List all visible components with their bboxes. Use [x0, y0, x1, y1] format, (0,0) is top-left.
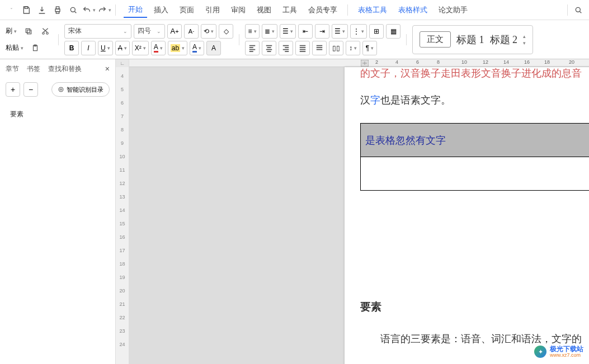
change-case-icon[interactable]: ⟲▾	[201, 24, 216, 39]
document-table[interactable]: 是表格忽然有文字	[360, 123, 589, 191]
outline-item[interactable]: 要素	[10, 106, 105, 122]
sidebar-close-icon[interactable]: ×	[105, 64, 110, 73]
svg-point-13	[60, 89, 62, 91]
columns-button[interactable]: ▯▯	[329, 41, 343, 55]
save-icon[interactable]	[19, 3, 34, 17]
character-shading-button[interactable]: A	[206, 41, 221, 55]
increase-indent-button[interactable]: ⇥	[315, 24, 329, 39]
format-painter-label[interactable]: 刷▾	[3, 24, 19, 39]
style-heading1[interactable]: 标题 1	[456, 33, 484, 46]
shading-button[interactable]: ⊞	[369, 24, 384, 39]
watermark-logo-icon: ✦	[534, 346, 546, 358]
site-watermark: ✦ 极光下载站 www.xz7.com	[534, 346, 583, 358]
svg-point-12	[59, 87, 63, 92]
borders-button[interactable]: ▦	[386, 24, 400, 39]
print-icon[interactable]	[50, 3, 65, 17]
document-page[interactable]: 的文子，汉音换子走田表形文音换子进化成的息音 汉字也是语素文字。 是表格忽然有文…	[345, 67, 589, 364]
table-cell[interactable]	[361, 157, 590, 191]
menu-start[interactable]: 开始	[124, 2, 147, 18]
highlight-button[interactable]: ab▾	[168, 41, 187, 55]
collapse-button[interactable]: −	[23, 82, 38, 97]
svg-rect-2	[56, 7, 59, 9]
menu-member[interactable]: 会员专享	[304, 3, 342, 17]
svg-rect-1	[55, 9, 60, 12]
tab-bookmarks[interactable]: 书签	[27, 64, 40, 74]
svg-point-9	[46, 32, 49, 34]
font-color2-button[interactable]: A▾	[190, 41, 204, 55]
bold-button[interactable]: B	[64, 41, 79, 55]
sidebar-tabs: 章节 书签 查找和替换 ×	[0, 59, 115, 78]
undo-button[interactable]: ▾	[82, 3, 96, 17]
menu-tools[interactable]: 工具	[278, 3, 301, 17]
tab-chapters[interactable]: 章节	[6, 64, 19, 74]
menu-view[interactable]: 视图	[252, 3, 276, 17]
style-body[interactable]: 正文	[420, 31, 451, 48]
align-left-button[interactable]	[245, 41, 260, 55]
menu-table-style[interactable]: 表格样式	[394, 3, 432, 17]
decrease-font-icon[interactable]: A-	[184, 24, 199, 39]
search-icon[interactable]	[571, 3, 586, 17]
paragraph-mark-button[interactable]: ¶▾	[362, 41, 377, 55]
redo-button[interactable]: ▾	[97, 3, 112, 17]
vertical-ruler[interactable]: ∟ 456789101112131415161718192021222324	[116, 59, 129, 364]
expand-button[interactable]: +	[6, 82, 20, 97]
tab-find-replace[interactable]: 查找和替换	[48, 64, 82, 74]
increase-font-icon[interactable]: A+	[167, 24, 182, 39]
superscript-button[interactable]: X²▾	[132, 41, 149, 55]
document-canvas[interactable]: 24681012141618202224 的文子，汉音换子走田表形文音换子进化成…	[129, 59, 589, 364]
clipboard-icon[interactable]	[28, 41, 43, 55]
italic-button[interactable]: I	[81, 41, 96, 55]
font-name-combo[interactable]: 宋体⌄	[64, 24, 131, 39]
truncated-text-line: 的文子，汉音换子走田表形文音换子进化成的息音	[360, 64, 589, 83]
line-spacing-button[interactable]: ☰▾	[332, 24, 348, 39]
ruler-corner-icon: ∟	[116, 59, 129, 67]
strikethrough-button[interactable]: A▾	[115, 41, 130, 55]
table-cell-selected[interactable]: 是表格忽然有文字	[361, 124, 590, 157]
align-right-button[interactable]	[279, 41, 293, 55]
menu-table-tools[interactable]: 表格工具	[354, 3, 392, 17]
text-direction-button[interactable]: ↕▾	[346, 41, 360, 55]
decrease-indent-button[interactable]: ⇤	[298, 24, 313, 39]
bullets-button[interactable]: ≡▾	[245, 24, 260, 39]
export-icon[interactable]	[35, 3, 49, 17]
divider	[115, 4, 116, 16]
font-color-button[interactable]: A▾	[151, 41, 166, 55]
numbering-button[interactable]: ≣▾	[262, 24, 277, 39]
svg-point-4	[70, 7, 75, 12]
cut-icon[interactable]	[38, 24, 53, 39]
paste-button[interactable]: 粘贴▾	[3, 41, 26, 55]
table-row[interactable]	[361, 157, 590, 191]
multilevel-button[interactable]: ☰▾	[280, 24, 296, 39]
table-row[interactable]: 是表格忽然有文字	[361, 124, 590, 157]
menu-thesis-helper[interactable]: 论文助手	[434, 3, 472, 17]
clipboard-group: 刷▾ 粘贴▾	[3, 24, 53, 55]
menu-page[interactable]: 页面	[175, 3, 199, 17]
distributed-button[interactable]	[312, 41, 327, 55]
underline-button[interactable]: U▾	[98, 41, 113, 55]
copy-icon[interactable]	[21, 24, 36, 39]
sort-button[interactable]: ⋮▾	[350, 24, 367, 39]
style-scroll[interactable]: ▴▾	[523, 34, 526, 46]
menu-reference[interactable]: 引用	[201, 3, 224, 17]
svg-point-8	[43, 32, 45, 34]
align-center-button[interactable]	[262, 41, 276, 55]
menu-insert[interactable]: 插入	[149, 3, 173, 17]
watermark-url: www.xz7.com	[550, 353, 583, 358]
menu-caret-button[interactable]: ˇ	[3, 3, 18, 17]
align-justify-button[interactable]	[295, 41, 310, 55]
styles-gallery: 正文 标题 1 标题 2 ▴▾	[412, 25, 533, 54]
style-heading2[interactable]: 标题 2	[490, 33, 518, 46]
text-line: 汉字也是语素文字。	[360, 91, 589, 110]
menu-review[interactable]: 审阅	[227, 3, 250, 17]
smart-toc-button[interactable]: 智能识别目录	[51, 82, 110, 97]
menu-right	[564, 3, 586, 17]
preview-icon[interactable]	[66, 3, 81, 17]
sidebar-toolbar: + − 智能识别目录	[0, 78, 115, 101]
clear-format-icon[interactable]: ◇	[219, 24, 233, 39]
font-size-combo[interactable]: 四号⌄	[134, 24, 165, 39]
target-icon	[58, 86, 64, 93]
svg-rect-3	[56, 11, 59, 13]
outline-list: 要素	[0, 101, 115, 128]
svg-rect-6	[27, 30, 31, 34]
font-group: 宋体⌄ 四号⌄ A+ A- ⟲▾ ◇ B I U▾ A▾ X²▾ A▾ ab▾ …	[64, 24, 233, 55]
